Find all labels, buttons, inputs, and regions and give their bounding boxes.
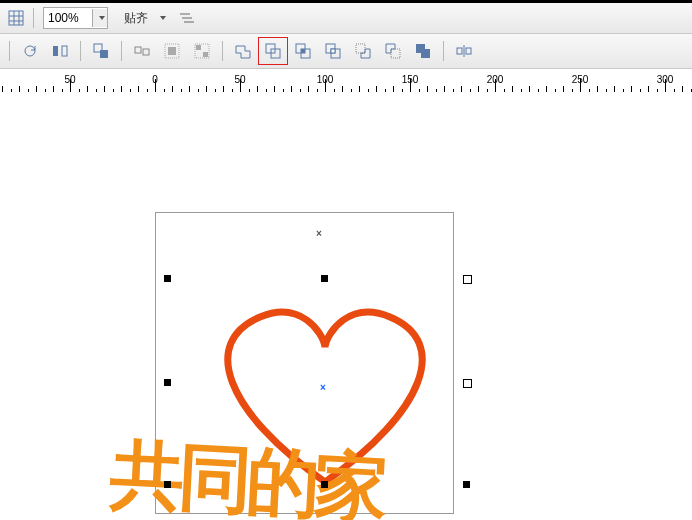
separator — [33, 8, 34, 28]
separator — [9, 41, 10, 61]
selection-handle[interactable] — [164, 481, 171, 488]
svg-rect-24 — [301, 49, 305, 53]
ungroup-icon[interactable] — [127, 37, 157, 65]
anchor-mark: × — [316, 228, 322, 239]
weld-icon[interactable] — [228, 37, 258, 65]
ruler-label: 150 — [402, 74, 419, 85]
svg-rect-13 — [135, 47, 141, 53]
svg-rect-32 — [457, 48, 462, 54]
svg-rect-14 — [143, 49, 149, 55]
options-icon[interactable] — [176, 6, 200, 30]
svg-rect-10 — [62, 46, 67, 56]
zoom-input[interactable] — [44, 9, 92, 27]
back-minus-icon[interactable] — [378, 37, 408, 65]
canvas[interactable]: 共同的家 ×× — [0, 92, 692, 520]
svg-rect-29 — [391, 49, 400, 58]
ruler-label: 50 — [64, 74, 75, 85]
zoom-field[interactable] — [43, 7, 108, 29]
front-minus-icon[interactable] — [348, 37, 378, 65]
selection-handle[interactable] — [164, 379, 171, 386]
svg-rect-31 — [421, 49, 430, 58]
trim-icon[interactable] — [258, 37, 288, 65]
split-icon[interactable] — [449, 37, 479, 65]
separator — [80, 41, 81, 61]
simplify-icon[interactable] — [318, 37, 348, 65]
svg-rect-9 — [53, 46, 58, 56]
separator — [121, 41, 122, 61]
ruler-label: 200 — [487, 74, 504, 85]
svg-rect-16 — [168, 47, 176, 55]
svg-rect-0 — [9, 11, 23, 25]
selection-handle[interactable] — [321, 481, 328, 488]
rotate-icon[interactable] — [15, 37, 45, 65]
separator — [443, 41, 444, 61]
selection-handle[interactable] — [463, 481, 470, 488]
combine-icon[interactable] — [157, 37, 187, 65]
ruler-label: 100 — [317, 74, 334, 85]
svg-rect-28 — [356, 44, 365, 53]
snap-dropdown-arrow[interactable] — [160, 16, 166, 20]
ruler-label: 250 — [572, 74, 589, 85]
snap-label[interactable]: 贴齐 — [124, 10, 148, 27]
selection-handle[interactable] — [321, 275, 328, 282]
group-icon[interactable] — [86, 37, 116, 65]
svg-point-8 — [25, 46, 35, 56]
ruler-horizontal: 10050050100150200250300350 — [0, 69, 692, 94]
zoom-dropdown-arrow[interactable] — [92, 9, 107, 27]
separator — [222, 41, 223, 61]
svg-rect-12 — [100, 50, 108, 58]
ruler-label: 0 — [152, 74, 158, 85]
svg-rect-18 — [196, 45, 201, 50]
svg-rect-27 — [331, 49, 335, 53]
svg-rect-19 — [203, 52, 208, 57]
break-icon[interactable] — [187, 37, 217, 65]
ruler-label: 300 — [657, 74, 674, 85]
selection-handle[interactable] — [463, 379, 472, 388]
ruler-label: 50 — [234, 74, 245, 85]
selection-center: × — [320, 382, 326, 393]
boundary-icon[interactable] — [408, 37, 438, 65]
grid-icon[interactable] — [4, 6, 28, 30]
intersect-icon[interactable] — [288, 37, 318, 65]
selection-handle[interactable] — [463, 275, 472, 284]
toolbar-main: 贴齐 — [0, 3, 692, 34]
selection-handle[interactable] — [164, 275, 171, 282]
artwork-text[interactable]: 共同的家 — [108, 425, 385, 520]
mirror-icon[interactable] — [45, 37, 75, 65]
svg-rect-33 — [466, 48, 471, 54]
toolbar-shape-ops — [0, 34, 692, 69]
